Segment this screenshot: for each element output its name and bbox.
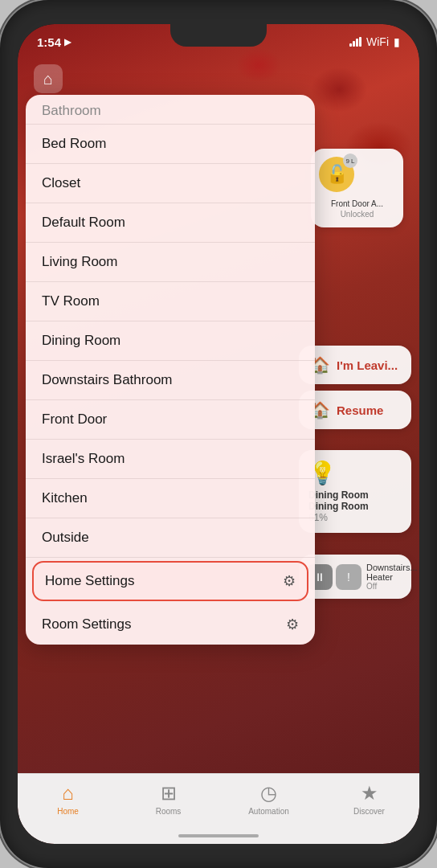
heater-title: Downstairs... (366, 563, 418, 572)
menu-item-bed-room[interactable]: Bed Room (26, 125, 315, 164)
nav-home-label: Home (57, 807, 79, 816)
lock-status: Unlocked (319, 209, 395, 219)
menu-item-israels-room[interactable]: Israel's Room (26, 440, 315, 479)
menu-item-home-settings[interactable]: Home Settings ⚙ (32, 561, 308, 601)
resume-text: Resume (337, 403, 383, 417)
home-settings-gear-icon: ⚙ (283, 572, 296, 590)
wifi-icon: WiFi (366, 35, 389, 48)
menu-item-outside[interactable]: Outside (26, 518, 315, 558)
menu-item-default-room-label: Default Room (42, 215, 125, 231)
menu-item-downstairs-bathroom[interactable]: Downstairs Bathroom (26, 361, 315, 400)
phone-screen: 1:54 ▶ WiFi ▮ ⌂ (18, 24, 419, 844)
bulb-icon: 💡 (308, 460, 402, 486)
lock-card[interactable]: 🔓 9 L Front Door A... Unlocked (311, 149, 403, 227)
home-nav-icon: ⌂ (43, 70, 53, 88)
phone-frame: 1:54 ▶ WiFi ▮ ⌂ (0, 0, 437, 868)
nav-rooms-label: Rooms (156, 807, 182, 816)
menu-item-dining-room-label: Dining Room (42, 333, 120, 349)
menu-item-outside-label: Outside (42, 530, 89, 546)
nav-discover-icon: ★ (361, 782, 378, 805)
menu-scroll-indicator: Bathroom (26, 95, 315, 125)
menu-item-living-room[interactable]: Living Room (26, 243, 315, 282)
menu-item-closet[interactable]: Closet (26, 164, 315, 203)
menu-item-dining-room[interactable]: Dining Room (26, 321, 315, 361)
menu-item-front-door[interactable]: Front Door (26, 400, 315, 440)
home-indicator (178, 834, 259, 837)
bulb-card-subtitle: Dining Room (308, 501, 402, 512)
location-arrow-icon: ▶ (64, 37, 71, 47)
status-time: 1:54 ▶ (37, 35, 71, 49)
lock-emoji: 🔓 (326, 164, 348, 185)
menu-item-closet-label: Closet (42, 175, 80, 191)
nav-automation-icon: ◷ (260, 782, 277, 805)
heater-subtitle: Heater (366, 572, 418, 582)
resume-card[interactable]: 🏠 Resume (299, 391, 411, 429)
signal-icon (349, 37, 361, 47)
menu-item-tv-room[interactable]: TV Room (26, 282, 315, 321)
menu-item-front-door-label: Front Door (42, 411, 107, 428)
menu-item-room-settings-label: Room Settings (42, 616, 132, 633)
time-display: 1:54 (37, 35, 61, 49)
menu-item-israels-room-label: Israel's Room (42, 451, 125, 467)
notch (170, 24, 267, 47)
menu-item-kitchen[interactable]: Kitchen (26, 479, 315, 518)
heater-alert-icon: ! (336, 564, 361, 590)
menu-item-home-settings-label: Home Settings (45, 573, 135, 589)
bottom-nav: ⌂ Home ⊞ Rooms ◷ Automation ★ Discover (18, 773, 419, 844)
bulb-card-percent: 61% (308, 512, 402, 523)
menu-item-default-room[interactable]: Default Room (26, 203, 315, 243)
nav-rooms-icon: ⊞ (161, 782, 177, 805)
dropdown-menu: Bathroom Bed Room Closet Default Room Li… (26, 95, 315, 645)
menu-item-downstairs-bathroom-label: Downstairs Bathroom (42, 372, 173, 388)
menu-item-living-room-label: Living Room (42, 254, 118, 270)
nav-discover-label: Discover (353, 807, 385, 816)
nav-item-home[interactable]: ⌂ Home (18, 782, 118, 816)
heater-card[interactable]: ⏸ ! Downstairs... Heater Off (299, 555, 411, 599)
home-icon-area[interactable]: ⌂ (34, 64, 63, 93)
bulb-card-title: Dining Room (308, 489, 402, 501)
menu-item-room-settings[interactable]: Room Settings ⚙ (26, 604, 315, 645)
leaving-text: I'm Leavi... (337, 358, 398, 372)
lock-title: Front Door A... (319, 199, 395, 209)
menu-item-kitchen-label: Kitchen (42, 490, 88, 506)
nav-home-icon: ⌂ (62, 782, 74, 805)
status-icons: WiFi ▮ (349, 35, 400, 48)
lock-count: 9 L (345, 158, 354, 165)
bulb-card[interactable]: 💡 Dining Room Dining Room 61% (299, 450, 411, 533)
nav-automation-label: Automation (248, 807, 289, 816)
nav-item-rooms[interactable]: ⊞ Rooms (118, 782, 218, 816)
nav-item-automation[interactable]: ◷ Automation (218, 782, 319, 816)
leaving-card[interactable]: 🏠 I'm Leavi... (299, 346, 411, 384)
count-badge: 9 L (343, 154, 357, 168)
room-settings-gear-icon: ⚙ (286, 616, 299, 633)
heater-status: Off (366, 582, 418, 591)
nav-item-discover[interactable]: ★ Discover (319, 782, 419, 816)
home-icon-circle: ⌂ (34, 64, 63, 93)
menu-item-tv-room-label: TV Room (42, 293, 100, 309)
battery-icon: ▮ (394, 35, 400, 48)
menu-item-bed-room-label: Bed Room (42, 136, 106, 152)
